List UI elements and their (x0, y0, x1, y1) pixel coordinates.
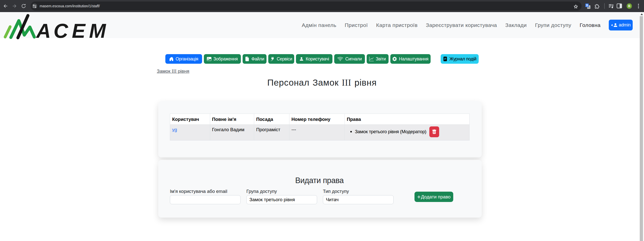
svg-text:АСЕМ: АСЕМ (36, 20, 110, 42)
